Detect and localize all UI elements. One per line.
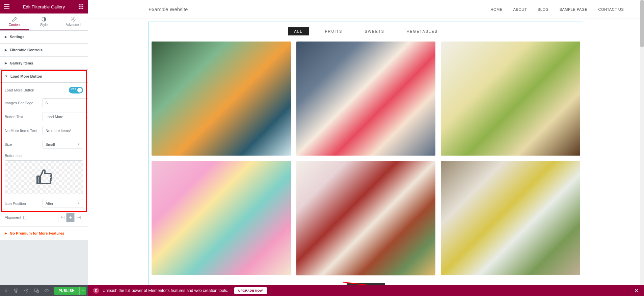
panel-title: Edit Filterable Gallery [11, 4, 77, 9]
section-load-more[interactable]: ▼Load More Button [0, 70, 88, 83]
tab-style[interactable]: Style [29, 14, 59, 30]
filter-vegetables[interactable]: VEGETABLES [401, 27, 444, 35]
align-left-button[interactable] [58, 213, 66, 222]
label-alignment: Alignment [5, 215, 58, 219]
label-images-per-page: Images Per Page [5, 101, 43, 105]
svg-rect-0 [79, 4, 80, 5]
gallery-item[interactable] [441, 161, 580, 275]
label-load-more-button: Load More Button [5, 88, 69, 92]
tab-advanced[interactable]: Advanced [58, 14, 88, 30]
svg-rect-6 [79, 8, 80, 9]
section-go-premium[interactable]: ▶Go Premium for More Features [0, 226, 88, 240]
preview-scrollbar[interactable] [640, 0, 644, 285]
history-icon [24, 288, 29, 293]
input-button-text[interactable] [43, 112, 88, 121]
nav-sample-page[interactable]: SAMPLE PAGE [560, 7, 588, 11]
chevron-right-icon: ▶ [5, 35, 7, 38]
gear-icon [71, 17, 76, 22]
responsive-icon [34, 288, 39, 293]
svg-rect-8 [82, 8, 83, 9]
widgets-button[interactable] [77, 3, 85, 11]
section-filterable-controls[interactable]: ▶Filterable Controls [0, 44, 88, 56]
label-button-icon: Button Icon [5, 154, 83, 158]
chevron-right-icon: ▶ [5, 61, 7, 65]
label-button-text: Button Text [5, 115, 43, 119]
svg-rect-3 [79, 6, 80, 7]
section-gallery-items[interactable]: ▶Gallery Items [0, 57, 88, 70]
publish-options-button[interactable]: ▲ [79, 287, 86, 295]
nav-about[interactable]: ABOUT [513, 7, 527, 11]
chevron-right-icon: ▶ [5, 48, 7, 52]
input-no-more-items[interactable] [43, 126, 88, 135]
gallery-item[interactable] [441, 42, 580, 156]
eye-icon [44, 288, 49, 293]
nav-blog[interactable]: BLOG [538, 7, 549, 11]
select-icon-position[interactable]: After▼ [43, 199, 83, 208]
layers-icon [14, 288, 19, 293]
gallery-widget[interactable]: ALL FRUITS SWEETS VEGETABLES [149, 22, 583, 296]
style-icon [42, 17, 46, 22]
svg-point-14 [5, 290, 7, 292]
gallery-item[interactable] [152, 161, 291, 275]
upgrade-button[interactable]: UPGRADE NOW [234, 287, 267, 294]
desktop-icon [23, 216, 27, 219]
gallery-item[interactable] [152, 42, 291, 156]
responsive-button[interactable] [32, 286, 41, 295]
button-icon-picker[interactable] [5, 160, 83, 194]
settings-button[interactable] [1, 286, 11, 295]
nav-home[interactable]: HOME [491, 7, 503, 11]
caret-down-icon: ▼ [77, 143, 80, 146]
caret-down-icon: ▼ [77, 202, 80, 205]
close-banner-button[interactable]: ✕ [634, 288, 639, 294]
banner-text: Unleash the full power of Elementor's fe… [103, 288, 228, 293]
menu-button[interactable] [3, 3, 11, 11]
section-settings[interactable]: ▶Settings [0, 31, 88, 43]
publish-button[interactable]: PUBLISH [54, 287, 79, 295]
select-size[interactable]: Small▼ [43, 140, 83, 149]
pencil-icon [12, 17, 17, 22]
label-size: Size [5, 142, 43, 146]
gallery-item[interactable] [296, 161, 436, 275]
label-icon-position: Icon Position [5, 201, 43, 206]
svg-point-17 [46, 290, 47, 291]
label-no-more-items: No More Items Text [5, 129, 43, 133]
thumbs-up-icon [34, 169, 53, 186]
preview-button[interactable] [42, 286, 51, 295]
svg-rect-2 [82, 4, 83, 5]
svg-rect-7 [81, 8, 82, 9]
site-title: Example Website [149, 6, 188, 12]
svg-point-10 [73, 19, 74, 20]
toggle-load-more[interactable]: YES [69, 87, 83, 93]
navigator-button[interactable] [11, 286, 21, 295]
history-button[interactable] [22, 286, 31, 295]
gallery-item[interactable] [296, 42, 436, 156]
svg-rect-1 [81, 4, 82, 5]
elementor-badge-icon: E [93, 288, 99, 294]
svg-rect-5 [82, 6, 83, 7]
filter-all[interactable]: ALL [288, 27, 309, 35]
tab-content[interactable]: Content [0, 14, 29, 30]
svg-rect-4 [81, 6, 82, 7]
align-center-button[interactable] [66, 213, 75, 222]
filter-fruits[interactable]: FRUITS [319, 27, 349, 35]
filter-sweets[interactable]: SWEETS [358, 27, 390, 35]
input-images-per-page[interactable] [43, 98, 88, 107]
align-right-button[interactable] [75, 213, 83, 222]
chevron-right-icon: ▶ [5, 232, 7, 235]
chevron-down-icon: ▼ [5, 75, 8, 78]
gear-icon [4, 288, 8, 293]
nav-contact-us[interactable]: CONTACT US [598, 7, 624, 11]
